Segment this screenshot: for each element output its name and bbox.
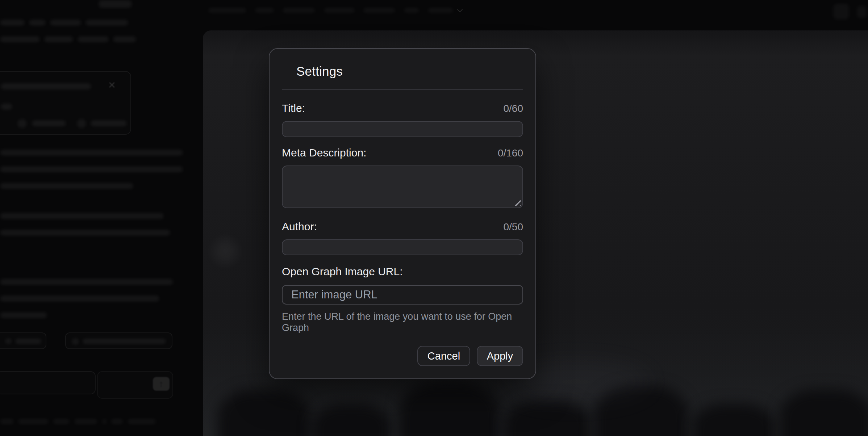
preview-button[interactable] bbox=[91, 120, 127, 126]
author-label: Author: bbox=[282, 221, 317, 233]
apply-button[interactable]: Apply bbox=[477, 346, 523, 366]
topbar-icon bbox=[857, 6, 867, 18]
modal-title: Settings bbox=[296, 64, 523, 79]
manage-knowledge-button[interactable] bbox=[65, 332, 172, 349]
close-icon[interactable]: ✕ bbox=[108, 80, 116, 90]
og-image-label: Open Graph Image URL: bbox=[282, 265, 403, 278]
title-input[interactable] bbox=[282, 121, 523, 137]
modal-actions: Cancel Apply bbox=[282, 346, 523, 366]
nav-item bbox=[324, 8, 355, 13]
og-image-helper-text: Enter the URL of the image you want to u… bbox=[282, 311, 523, 334]
remix-icon bbox=[17, 119, 27, 128]
cancel-button[interactable]: Cancel bbox=[417, 346, 470, 366]
topbar-icon bbox=[833, 4, 849, 20]
send-icon: ↑ bbox=[159, 379, 163, 389]
remix-button[interactable] bbox=[32, 120, 66, 126]
og-image-url-input[interactable] bbox=[282, 285, 523, 305]
author-field-header: Author: 0/50 bbox=[282, 221, 523, 233]
preview-icon bbox=[77, 119, 86, 128]
author-counter: 0/50 bbox=[504, 221, 523, 233]
nav-item bbox=[255, 8, 274, 13]
version-card: ✕ bbox=[0, 71, 131, 135]
chat-sidebar: ✕ ↑ bbox=[0, 0, 203, 436]
meta-description-counter: 0/160 bbox=[498, 147, 523, 159]
chat-input[interactable] bbox=[0, 371, 96, 394]
nav-item bbox=[428, 8, 453, 13]
nav-item bbox=[208, 8, 246, 13]
author-input[interactable] bbox=[282, 239, 523, 256]
nav-item bbox=[283, 8, 315, 13]
nav-item bbox=[404, 8, 419, 13]
settings-modal: Settings Title: 0/60 Meta Description: 0… bbox=[269, 48, 536, 379]
divider bbox=[282, 89, 523, 90]
chevron-down-icon bbox=[457, 7, 463, 12]
send-button[interactable]: ↑ bbox=[153, 377, 170, 391]
duplicate-button[interactable] bbox=[0, 332, 46, 349]
title-counter: 0/60 bbox=[504, 103, 523, 114]
title-field-header: Title: 0/60 bbox=[282, 102, 523, 114]
meta-description-field-header: Meta Description: 0/160 bbox=[282, 147, 523, 159]
meta-description-textarea[interactable] bbox=[282, 165, 523, 208]
title-label: Title: bbox=[282, 102, 305, 114]
floating-button-glow bbox=[206, 232, 245, 271]
nav-item bbox=[363, 8, 395, 13]
meta-description-label: Meta Description: bbox=[282, 147, 366, 159]
og-image-field-header: Open Graph Image URL: bbox=[282, 265, 523, 278]
sidebar-pill bbox=[99, 0, 132, 8]
app-window: ✕ ↑ bbox=[0, 0, 868, 436]
